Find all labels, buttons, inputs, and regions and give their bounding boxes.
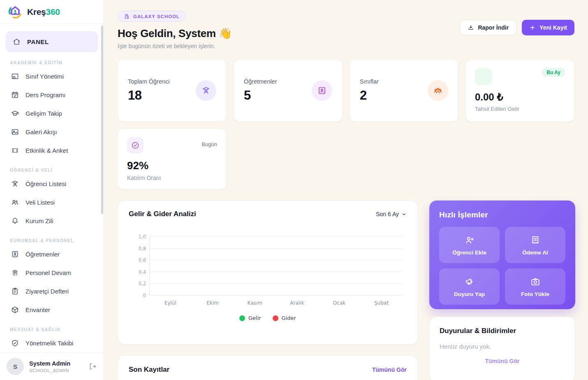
download-report-button[interactable]: Rapor İndir — [460, 20, 516, 35]
user-plus-icon — [464, 235, 475, 245]
user-role: SCHOOL_ADMIN — [29, 368, 70, 373]
sidebar-item-development-tracking[interactable]: Gelişim Takip — [6, 104, 98, 123]
y-tick: 0 — [130, 293, 146, 298]
header-actions: Rapor İndir Yeni Kayıt — [460, 20, 574, 35]
logo-row: Kreş360 — [0, 0, 104, 24]
quick-actions-title: Hızlı İşlemler — [439, 210, 565, 219]
sidebar-item-gallery-feed[interactable]: Galeri Akışı — [6, 123, 98, 141]
sidebar-item-schedule[interactable]: Ders Programı — [6, 86, 98, 104]
logout-button[interactable] — [88, 362, 97, 371]
attendance-value: 92% — [127, 159, 217, 172]
announcements-title: Duyurular & Bildirimler — [440, 327, 565, 335]
users-icon — [11, 198, 19, 207]
y-tick: 0,2 — [130, 281, 146, 287]
stat-card-classes: Sınıflar 2 — [350, 59, 458, 122]
home-icon — [12, 37, 21, 46]
attendance-period-badge: Bugün — [201, 141, 217, 147]
page-title: Hoş Geldin, System 👋 — [118, 27, 232, 40]
download-icon — [468, 24, 474, 31]
content-grid: Gelir & Gider Analizi Son 6 Ay 1,0 0,8 0… — [118, 200, 574, 380]
sidebar-item-label: Öğrenci Listesi — [25, 180, 66, 187]
stat-card-attendance: Bugün 92% Katılım Oranı — [118, 128, 227, 189]
y-tick: 0,8 — [130, 246, 146, 252]
chart-range-select[interactable]: Son 6 Ay — [376, 211, 407, 217]
revenue-value: 0.00 ₺ — [475, 91, 565, 103]
receipt-icon — [530, 235, 541, 245]
sidebar-item-label: Envanter — [25, 306, 50, 313]
sidebar-item-label: Kurum Zili — [25, 217, 53, 224]
fingerprint-icon — [11, 268, 19, 277]
upload-photo-button[interactable]: Foto Yükle — [505, 268, 565, 305]
legend-item-gelir[interactable]: Gelir — [239, 315, 261, 321]
sidebar: Kreş360 PANEL AKADEMİK & EĞİTİM Sınıf Yö… — [0, 0, 104, 380]
stat-value: 5 — [244, 88, 277, 103]
sidebar-section-students-parents: ÖĞRENCİ & VELİ — [10, 168, 94, 173]
y-tick: 1,0 — [130, 234, 146, 240]
new-record-button[interactable]: Yeni Kayıt — [522, 20, 574, 35]
sidebar-item-label: Öğretmenler — [25, 251, 60, 258]
sidebar-item-events-surveys[interactable]: Etkinlik & Anket — [6, 141, 98, 160]
grid-line — [149, 248, 403, 249]
school-badge: GALAXY SCHOOL — [118, 11, 186, 22]
chart-plot-area: 1,0 0,8 0,6 0,4 0,2 0 — [149, 236, 403, 295]
income-expense-chart-card: Gelir & Gider Analizi Son 6 Ay 1,0 0,8 0… — [118, 200, 418, 345]
announcements-empty-text: Henüz duyuru yok. — [440, 343, 565, 350]
page-subtitle: İşte bugünün özeti ve bekleyen işlerin. — [118, 43, 232, 49]
users-three-icon — [428, 80, 448, 101]
sidebar-scrollbar[interactable] — [101, 26, 103, 214]
main-content: GALAXY SCHOOL Hoş Geldin, System 👋 İşte … — [104, 0, 588, 380]
stat-card-teachers: Öğretmenler 5 — [234, 59, 343, 122]
recent-records-view-all-link[interactable]: Tümünü Gör — [372, 366, 407, 373]
avatar: S — [7, 358, 24, 375]
legend-dot-green — [239, 315, 245, 321]
sidebar-item-staff-attendance[interactable]: Personel Devam — [6, 263, 98, 282]
sidebar-item-regulation-tracking[interactable]: Yönetmelik Takibi — [6, 334, 98, 352]
sidebar-item-parent-list[interactable]: Veli Listesi — [6, 193, 98, 212]
revenue-label: Tahsil Edilen Gelir — [475, 106, 565, 112]
sidebar-item-student-list[interactable]: Öğrenci Listesi — [6, 175, 98, 193]
sidebar-section-regulation-health: MEVZUAT & SAĞLIK — [10, 327, 94, 332]
sidebar-item-visitor-log[interactable]: Ziyaretçi Defteri — [6, 282, 98, 301]
sidebar-item-teachers[interactable]: Öğretmenler — [6, 245, 98, 263]
grid-line — [149, 283, 403, 284]
add-student-button[interactable]: Öğrenci Ekle — [439, 227, 500, 263]
user-info: System Admin SCHOOL_ADMIN — [29, 360, 70, 373]
stats-row: Toplam Öğrenci 18 Öğretmenler 5 Sınıflar… — [118, 59, 574, 122]
announcements-view-all-link[interactable]: Tümünü Gör — [440, 358, 565, 364]
take-payment-button[interactable]: Ödeme Al — [505, 227, 565, 263]
camera-icon — [530, 276, 541, 287]
sidebar-item-panel[interactable]: PANEL — [6, 31, 98, 52]
stat-label: Sınıflar — [360, 78, 379, 85]
megaphone-icon — [464, 276, 475, 287]
sidebar-item-class-management[interactable]: Sınıf Yönetimi — [6, 67, 98, 86]
make-announcement-button[interactable]: Duyuru Yap — [439, 268, 500, 305]
sidebar-item-label: Gelişim Takip — [25, 110, 62, 117]
plus-icon — [529, 24, 536, 31]
sidebar-item-label: Etkinlik & Anket — [25, 147, 68, 154]
chart-title: Gelir & Gider Analizi — [129, 210, 196, 218]
sidebar-item-label: Personel Devam — [25, 269, 71, 276]
ticket-icon — [11, 146, 19, 155]
graduation-cap-icon — [11, 109, 19, 118]
image-icon — [11, 128, 19, 136]
grid-line — [149, 236, 403, 237]
stat-label: Öğretmenler — [244, 78, 277, 85]
stat-value: 2 — [360, 88, 379, 103]
sidebar-item-inventory[interactable]: Envanter — [6, 301, 98, 319]
sidebar-item-label: Ziyaretçi Defteri — [25, 288, 69, 295]
recent-records-card: Son Kayıtlar Tümünü Gör — [118, 355, 418, 380]
recent-records-title: Son Kayıtlar — [129, 366, 169, 374]
sidebar-item-school-bell[interactable]: Kurum Zili — [6, 212, 98, 230]
stats-row-2: Bugün 92% Katılım Oranı — [118, 128, 574, 189]
sidebar-section-academics: AKADEMİK & EĞİTİM — [10, 60, 94, 65]
student-icon — [196, 80, 216, 101]
x-tick: Ocak — [318, 300, 361, 306]
welcome-block: GALAXY SCHOOL Hoş Geldin, System 👋 İşte … — [118, 11, 232, 49]
x-tick: Aralık — [276, 300, 318, 306]
bell-icon — [11, 217, 19, 225]
building-icon — [124, 13, 130, 19]
legend-dot-red — [273, 315, 278, 321]
x-axis-labels: Eylül Ekim Kasım Aralık Ocak Şubat — [149, 300, 403, 306]
chevron-down-icon — [401, 212, 407, 217]
legend-item-gider[interactable]: Gider — [273, 315, 296, 321]
